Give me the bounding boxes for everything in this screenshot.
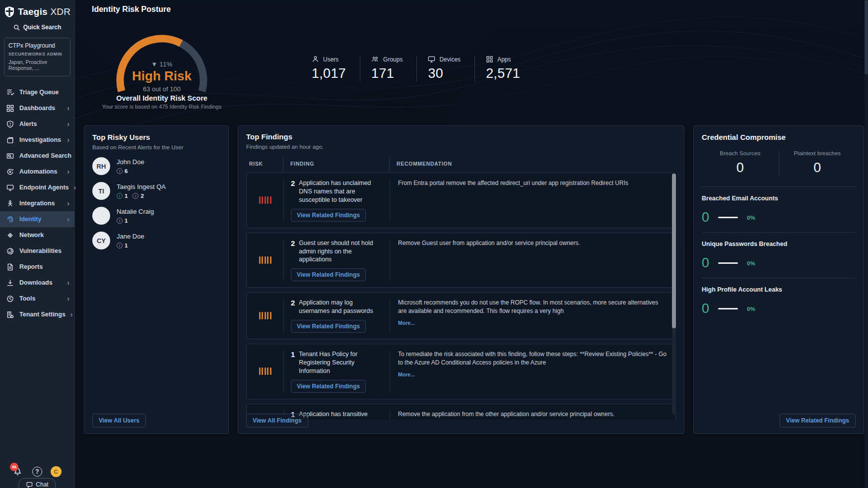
tenant-settings-icon	[6, 310, 14, 319]
chat-icon	[26, 481, 33, 488]
tenant-region: Japan, Proactive Response, ...	[8, 59, 66, 71]
finding-row: 1Tenant Has Policy for Registering Secur…	[246, 344, 676, 399]
main-content: Identity Risk Posture ▼ 11% High Risk 63…	[75, 0, 868, 488]
quick-search[interactable]: Quick Search	[0, 24, 74, 31]
page-title: Identity Risk Posture	[92, 5, 171, 14]
sidebar-item-identity[interactable]: Identity ›	[0, 211, 74, 227]
finding-row: 2Application may log usernames and passw…	[246, 292, 676, 339]
panel-title: Top Findings	[246, 132, 676, 141]
sidebar-item-integrations[interactable]: Integrations ›	[0, 195, 74, 211]
search-icon	[13, 24, 20, 31]
finding-count: 2	[291, 239, 295, 264]
risky-user-row[interactable]: CY Jane Doe !1	[92, 232, 220, 249]
user-name: John Doe	[117, 157, 144, 166]
view-related-findings-button[interactable]: View Related Findings	[291, 268, 366, 281]
risk-severity-bars	[259, 312, 271, 319]
sidebar-item-reports[interactable]: Reports	[0, 259, 74, 275]
tenant-selector[interactable]: CTPx Playground SECUREWORKS ADMIN Japan,…	[4, 38, 70, 76]
dashboards-icon	[6, 104, 14, 113]
chevron-right-icon: ›	[67, 168, 69, 176]
chevron-right-icon: ›	[67, 136, 69, 144]
sidebar-item-tenant-settings[interactable]: Tenant Settings ›	[0, 306, 74, 322]
identity-stats: Users 1,017 Groups 171 Devices 30	[301, 56, 534, 81]
sidebar-item-tools[interactable]: Tools ›	[0, 291, 74, 306]
top-findings-panel: Top Findings Findings updated an hour ag…	[238, 125, 684, 434]
avatar: CY	[92, 232, 110, 249]
sidebar-item-dashboards[interactable]: Dashboards ›	[0, 100, 74, 116]
risky-user-row[interactable]: RH John Doe !6	[92, 157, 220, 175]
alert-icon: !	[117, 243, 123, 248]
alerts-icon	[6, 120, 14, 128]
user-name: Taegis Ingest QA	[117, 182, 166, 190]
identity-risk-gauge: ▼ 11% High Risk 63 out of 100 Overall Id…	[92, 31, 231, 118]
brand-suffix: XDR	[50, 6, 70, 17]
finding-row: 2Application has unclaimed DNS names tha…	[246, 173, 676, 228]
tools-icon	[6, 295, 14, 303]
user-avatar[interactable]: C	[51, 466, 62, 477]
sidebar-item-triage-queue[interactable]: Triage Queue	[0, 84, 74, 100]
sidebar-item-vulnerabilities[interactable]: Vulnerabilities	[0, 243, 74, 259]
avatar: RH	[92, 157, 110, 175]
findings-scrollbar-thumb[interactable]	[672, 174, 676, 328]
page-scrollbar-thumb[interactable]	[865, 0, 868, 74]
view-related-findings-button[interactable]: View Related Findings	[291, 320, 366, 333]
panel-subtitle: Based on Recent Alerts for the User	[92, 144, 220, 150]
sidebar-item-endpoint-agents[interactable]: Endpoint Agents ›	[0, 180, 74, 195]
more-link[interactable]: More...	[398, 371, 415, 378]
sidebar-item-automations[interactable]: Automations ›	[0, 164, 74, 180]
sidebar-item-alerts[interactable]: Alerts ›	[0, 116, 74, 132]
stat-apps: Apps 2,571	[474, 56, 534, 81]
column-risk: RISK	[246, 158, 283, 172]
page-scrollbar[interactable]	[865, 0, 868, 488]
sidebar-item-advanced-search[interactable]: Advanced Search	[0, 148, 74, 164]
alert-icon: !	[117, 168, 123, 174]
user-name: Natalie Craig	[117, 207, 154, 215]
help-icon[interactable]: ?	[32, 467, 42, 477]
panel-title: Top Risky Users	[92, 133, 220, 141]
taegis-logo[interactable]: Taegis XDR	[0, 0, 74, 18]
findings-scrollbar-track[interactable]	[672, 173, 676, 415]
risk-severity-bars	[259, 367, 271, 375]
metric-percent: 0%	[747, 260, 755, 266]
view-related-findings-button[interactable]: View Related Findings	[291, 380, 366, 393]
chevron-right-icon: ›	[67, 120, 69, 128]
view-all-users-button[interactable]: View All Users	[92, 414, 146, 427]
chevron-right-icon: ›	[67, 215, 69, 223]
brand-name: Taegis	[18, 6, 48, 17]
advanced-search-icon	[6, 152, 14, 160]
panel-subtitle: Findings updated an hour ago.	[246, 144, 676, 150]
quick-search-label: Quick Search	[23, 24, 62, 31]
view-related-findings-button[interactable]: View Related Findings	[780, 414, 856, 427]
risk-score-text: 63 out of 100	[92, 85, 231, 93]
recommendation-text: Remove the application from the other ap…	[398, 411, 614, 418]
risky-user-row[interactable]: Natalie Craig !1	[92, 207, 220, 225]
taegis-xdr-app: Taegis XDR Quick Search CTPx Playground …	[0, 0, 868, 488]
finding-count: 2	[291, 299, 295, 315]
credential-stats: Breach Sources 0 Plaintext breaches 0	[702, 150, 856, 176]
identity-fingerprint-icon	[6, 215, 14, 224]
column-finding: FINDING	[283, 158, 389, 172]
alert-count-badge: !1	[117, 193, 128, 199]
triage-queue-icon	[6, 88, 14, 97]
view-all-findings-button[interactable]: View All Findings	[246, 414, 308, 427]
sidebar-item-investigations[interactable]: Investigations ›	[0, 132, 74, 148]
risky-user-row[interactable]: TI Taegis Ingest QA !1 !2	[92, 182, 220, 200]
more-link[interactable]: More...	[398, 319, 415, 327]
findings-table-header: RISK FINDING RECOMMENDATION	[246, 158, 676, 172]
breach-sources-stat: Breach Sources 0	[702, 150, 779, 176]
notifications-bell-icon[interactable]: 66	[13, 466, 24, 477]
automations-icon	[6, 168, 14, 176]
network-icon	[6, 231, 14, 240]
sidebar-item-network[interactable]: Network	[0, 227, 74, 243]
finding-count: 2	[291, 179, 295, 204]
avatar	[92, 207, 110, 225]
risk-trend: ▼ 11%	[92, 61, 231, 68]
finding-count: 1	[291, 350, 295, 375]
chat-button[interactable]: Chat	[18, 478, 56, 488]
metric-percent: 0%	[747, 306, 755, 312]
user-name: Jane Doe	[117, 232, 144, 240]
view-related-findings-button[interactable]: View Related Findings	[291, 209, 366, 222]
shield-logo-icon	[4, 6, 15, 18]
risk-level-label: High Risk	[92, 68, 231, 84]
sidebar-item-downloads[interactable]: Downloads ›	[0, 275, 74, 291]
